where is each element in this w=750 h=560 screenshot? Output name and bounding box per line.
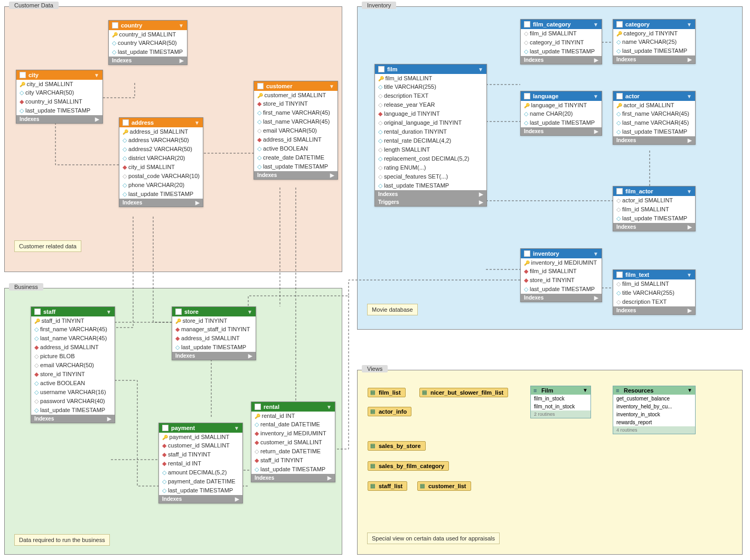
column: address2 VARCHAR(50)	[119, 145, 203, 154]
table-category[interactable]: category▼ category_id TINYINTname VARCHA…	[613, 19, 696, 64]
column: first_name VARCHAR(45)	[613, 109, 695, 118]
view-actor-info[interactable]: actor_info	[368, 407, 411, 416]
table-title: category	[625, 21, 650, 27]
column: original_language_id TINYINT	[375, 118, 486, 127]
chevron-down-icon: ▼	[179, 23, 184, 29]
routine-item[interactable]: film_in_stock	[531, 395, 590, 403]
indexes-footer[interactable]: Indexes▶	[521, 127, 602, 135]
table-film-actor[interactable]: film_actor▼ actor_id SMALLINTfilm_id SMA…	[613, 186, 696, 231]
routine-group-resources[interactable]: Resources▼ get_customer_balance inventor…	[613, 386, 696, 434]
column: rental_id INT	[251, 412, 335, 420]
indexes-footer[interactable]: Indexes▶	[254, 171, 338, 179]
column: last_update TIMESTAMP	[16, 106, 102, 115]
column: description TEXT	[613, 297, 695, 306]
column: inventory_id MEDIUMINT	[521, 258, 602, 267]
indexes-footer[interactable]: Indexes▶	[172, 352, 256, 360]
table-rental[interactable]: rental▼ rental_id INTrental_date DATETIM…	[251, 402, 335, 482]
view-nicer-but-slower-film-list[interactable]: nicer_but_slower_film_list	[419, 388, 508, 397]
column: customer_id SMALLINT	[159, 441, 242, 450]
view-staff-list[interactable]: staff_list	[368, 481, 407, 491]
column: city_id SMALLINT	[16, 80, 102, 88]
routine-item[interactable]: inventory_held_by_cu...	[613, 403, 695, 410]
table-film-text[interactable]: film_text▼ film_id SMALLINTtitle VARCHAR…	[613, 269, 696, 315]
column: last_update TIMESTAMP	[613, 214, 695, 223]
routine-item[interactable]: film_not_in_stock	[531, 403, 590, 410]
indexes-footer[interactable]: Indexes▶	[613, 55, 695, 63]
indexes-footer[interactable]: Indexes▶	[521, 294, 602, 302]
indexes-footer[interactable]: Indexes▶	[613, 223, 695, 231]
table-icon	[524, 21, 530, 27]
column: address_id SMALLINT	[119, 127, 203, 136]
chevron-down-icon: ▼	[583, 387, 588, 393]
region-label: Customer Data	[9, 2, 59, 9]
indexes-footer[interactable]: Indexes▶	[109, 57, 187, 64]
view-sales-by-film-category[interactable]: sales_by_film_category	[368, 461, 449, 471]
table-icon	[524, 250, 530, 257]
column: password VARCHAR(40)	[31, 397, 115, 406]
column: city_id SMALLINT	[119, 163, 203, 172]
note-inventory: Movie database	[367, 304, 418, 315]
view-sales-by-store[interactable]: sales_by_store	[368, 441, 426, 451]
table-language[interactable]: language▼ language_id TINYINTname CHAR(2…	[520, 91, 602, 136]
table-customer[interactable]: customer▼ customer_id SMALLINTstore_id T…	[254, 81, 338, 180]
table-icon	[123, 119, 129, 126]
table-title: actor	[625, 93, 640, 99]
routine-group-film[interactable]: Film▼ film_in_stock film_not_in_stock 2 …	[530, 386, 591, 418]
table-title: country	[121, 22, 142, 29]
indexes-footer[interactable]: Indexes▶	[375, 190, 486, 198]
column: last_update TIMESTAMP	[375, 181, 486, 190]
column: last_name VARCHAR(45)	[254, 117, 338, 126]
table-icon	[257, 83, 264, 89]
table-payment[interactable]: payment▼ payment_id SMALLINTcustomer_id …	[158, 423, 243, 503]
column: phone VARCHAR(20)	[119, 181, 203, 190]
table-film[interactable]: film▼ film_id SMALLINTtitle VARCHAR(255)…	[374, 64, 487, 207]
table-address[interactable]: address▼ address_id SMALLINTaddress VARC…	[119, 117, 203, 207]
table-staff[interactable]: staff▼ staff_id TINYINTfirst_name VARCHA…	[31, 306, 115, 423]
column: customer_id SMALLINT	[254, 91, 338, 99]
table-icon	[524, 93, 530, 99]
routine-footer: 2 routines	[531, 410, 590, 418]
indexes-footer[interactable]: Indexes▶	[119, 199, 203, 207]
indexes-footer[interactable]: Indexes▶	[251, 474, 335, 482]
chevron-down-icon: ▼	[247, 309, 252, 315]
table-inventory[interactable]: inventory▼ inventory_id MEDIUMINTfilm_id…	[520, 248, 602, 302]
routine-item[interactable]: rewards_report	[613, 418, 695, 426]
column: category_id TINYINT	[521, 38, 602, 47]
column: name VARCHAR(25)	[613, 38, 695, 46]
indexes-footer[interactable]: Indexes▶	[613, 306, 695, 314]
table-title: language	[533, 93, 558, 99]
indexes-footer[interactable]: Indexes▶	[31, 415, 115, 423]
table-title: store	[184, 309, 199, 315]
column: last_name VARCHAR(45)	[31, 334, 115, 343]
routine-item[interactable]: get_customer_balance	[613, 395, 695, 403]
column: last_update TIMESTAMP	[613, 127, 695, 136]
view-film-list[interactable]: film_list	[368, 388, 406, 397]
table-country[interactable]: country▼ country_id SMALLINTcountry VARC…	[108, 20, 188, 65]
column: film_id SMALLINT	[613, 205, 695, 214]
column: rental_rate DECIMAL(4,2)	[375, 136, 486, 145]
column: city VARCHAR(50)	[16, 88, 102, 97]
column: first_name VARCHAR(45)	[31, 325, 115, 334]
indexes-footer[interactable]: Indexes▶	[613, 136, 695, 144]
indexes-footer[interactable]: Indexes▶	[521, 56, 602, 64]
table-icon	[616, 21, 623, 27]
column: country_id SMALLINT	[16, 97, 102, 106]
column: title VARCHAR(255)	[613, 288, 695, 297]
table-film-category[interactable]: film_category▼ film_id SMALLINTcategory_…	[520, 19, 602, 64]
view-customer-list[interactable]: customer_list	[417, 481, 471, 491]
column: last_update TIMESTAMP	[521, 47, 602, 56]
column: store_id TINYINT	[254, 99, 338, 108]
column: last_update TIMESTAMP	[254, 162, 338, 171]
note-views: Special view on certain data used for ap…	[367, 533, 500, 544]
column: last_update TIMESTAMP	[109, 48, 187, 57]
triggers-footer[interactable]: Triggers▶	[375, 198, 486, 206]
table-title: film_category	[533, 21, 571, 27]
indexes-footer[interactable]: Indexes▶	[159, 495, 242, 503]
indexes-footer[interactable]: Indexes▶	[16, 115, 102, 123]
table-store[interactable]: store▼ store_id TINYINTmanager_staff_id …	[172, 306, 256, 360]
chevron-down-icon: ▼	[687, 189, 692, 194]
table-actor[interactable]: actor▼ actor_id SMALLINTfirst_name VARCH…	[613, 91, 696, 145]
table-city[interactable]: city▼ city_id SMALLINTcity VARCHAR(50)co…	[16, 70, 103, 124]
region-label: Views	[362, 365, 388, 372]
routine-item[interactable]: inventory_in_stock	[613, 410, 695, 418]
